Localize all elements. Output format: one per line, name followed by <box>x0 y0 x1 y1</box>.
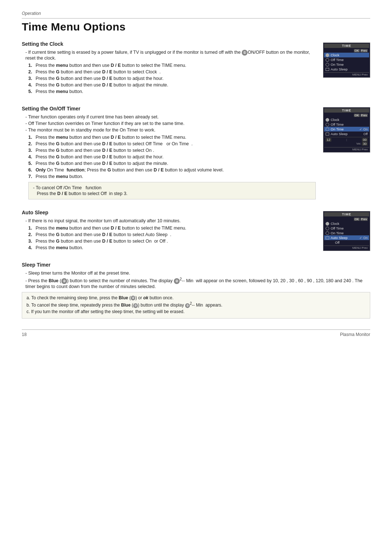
autosleep-section-layout: Auto Sleep If there is no input signal, … <box>22 210 370 252</box>
autosleep-step-3: 3.Press the G button and then use D / E … <box>28 239 316 244</box>
timer-menu-icon-row: OK Prev <box>324 113 369 117</box>
timer-menu-footer: MENU Prev <box>324 147 369 151</box>
autosleep-menu-title: TIME <box>324 212 369 216</box>
offtime-icon <box>326 58 329 62</box>
sleep-timer-note-2: Press the Blue (②) button to select the … <box>22 277 370 289</box>
timer-steps: 1.Press the menu button and then use D /… <box>22 135 316 179</box>
autosleep-row-offtime: Off Time <box>324 226 369 231</box>
section-auto-sleep: Auto Sleep If there is no input signal, … <box>22 210 370 252</box>
sleep-subnote-b: b. To cancel the sleep time, repeatedly … <box>26 301 366 308</box>
clock-icon <box>326 53 329 57</box>
autosleep-step-4: 4.Press the menu button. <box>28 245 316 250</box>
clock-step-2: 2.Press the G button and then use D / E … <box>28 69 316 74</box>
autosleep-row-clock: Clock <box>324 221 369 226</box>
footer-page-number: 18 <box>22 332 26 337</box>
autosleep-row-autosleep: Auto Sleep ✓ On <box>324 235 369 240</box>
timer-menu-image: TIME OK Prev Clock Off Time <box>323 107 370 153</box>
sleep-timer-title: Sleep Timer <box>22 262 370 268</box>
display-icon: ② <box>174 278 180 284</box>
clock-menu-icon-row: OK Prev <box>324 49 369 53</box>
clock-step-5: 5.Press the menu button. <box>28 89 316 94</box>
autosleep-section-content: Auto Sleep If there is no input signal, … <box>22 210 316 252</box>
clock-tv-menu: TIME OK Prev Clock Off Time <box>323 42 370 78</box>
blue-button-icon: ② <box>61 278 67 284</box>
clock-steps: 1.Press the menu button and then use D /… <box>22 63 316 94</box>
timer-section-layout: Setting the On/Off Timer Timer function … <box>22 106 370 199</box>
clock-row-autosleep: Auto Sleep <box>324 67 369 72</box>
sleep-timer-note-1: Sleep timer turns the Monitor off at the… <box>22 271 370 276</box>
clock-menu-title: TIME <box>324 44 369 48</box>
clock-row-ontime: On Time <box>324 62 369 67</box>
timer-note-3: The monitor must be in standby mode for … <box>22 127 316 133</box>
sleep-subnote-c: c. If you turn the monitor off after set… <box>26 309 366 314</box>
autosleep-section-title: Auto Sleep <box>22 210 316 215</box>
autosleep-tv-menu: TIME OK Prev Clock Off Time <box>323 211 370 251</box>
power-icon: ① <box>242 50 248 56</box>
blue-icon-a: ② <box>131 296 135 300</box>
clock-row-offtime: Off Time <box>324 57 369 62</box>
autosleep-menu-footer: MENU Prev <box>324 246 369 250</box>
display-icon-b: ② <box>185 303 190 308</box>
timer-menu-title: TIME <box>324 108 369 113</box>
page-title: Time Menu Options <box>22 21 370 33</box>
clock-note-1: If current time setting is erased by a p… <box>22 50 316 61</box>
timer-tv-menu: TIME OK Prev Clock Off Time <box>323 107 370 153</box>
page-footer: 18 Plasma Monitor <box>22 329 370 337</box>
section-on-off-timer: Setting the On/Off Timer Timer function … <box>22 106 370 199</box>
sleep-timer-note-box: a. To check the remaining sleep time, pr… <box>22 292 370 319</box>
timer-step-1: 1.Press the menu button and then use D /… <box>28 135 316 140</box>
cancel-line1: To cancel Off /On Time function <box>33 185 311 190</box>
timer-section-title: Setting the On/Off Timer <box>22 106 316 112</box>
cancel-box: To cancel Off /On Time function Press th… <box>28 182 316 199</box>
timer-section-content: Setting the On/Off Timer Timer function … <box>22 106 316 199</box>
autosleep-menu-icon-row: OK Prev <box>324 217 369 221</box>
sleep-subnote-a: a. To check the remaining sleep time, pr… <box>26 295 366 300</box>
clock-step-3: 3.Press the G button and then use D / E … <box>28 76 316 81</box>
section-setting-clock: Setting the Clock If current time settin… <box>22 41 370 96</box>
clock-section-title: Setting the Clock <box>22 41 316 47</box>
timer-note-2: Off Timer function overrides on Timer fu… <box>22 121 316 126</box>
blue-icon-b: ② <box>133 303 138 308</box>
clock-section-layout: Setting the Clock If current time settin… <box>22 41 370 96</box>
timer-time-display: 12 : 00 Vol. 30 <box>324 137 369 146</box>
autosleep-step-2: 2.Press the G button and then use D / E … <box>28 232 316 237</box>
timer-step-5: 5.Press the G button and then use D / E … <box>28 161 316 166</box>
header-label: Operation <box>22 11 41 16</box>
timer-row-autosleep: Auto Sleep Off <box>324 131 369 136</box>
timer-note-1: Timer function operates only if current … <box>22 114 316 119</box>
timer-step-4: 4.Press the G button and then use D / E … <box>28 154 316 159</box>
timer-row-ontime: On Time ✓ On <box>324 127 369 131</box>
timer-step-6: 6.Only On Time function; Press the G but… <box>28 167 316 173</box>
timer-step-2: 2.Press the G button and then use D / E … <box>28 141 316 146</box>
autosleep-row-ontime: On Time <box>324 231 369 235</box>
section-sleep-timer: Sleep Timer Sleep timer turns the Monito… <box>22 262 370 319</box>
timer-row-offtime: Off Time <box>324 122 369 127</box>
timer-step-3: 3.Press the G button and then use D / E … <box>28 148 316 153</box>
timer-row-clock: Clock <box>324 117 369 122</box>
clock-step-1: 1.Press the menu button and then use D /… <box>28 63 316 68</box>
autosleep-step-1: 1.Press the menu button and then use D /… <box>28 226 316 231</box>
autosleep-note-1: If there is no input signal, the monitor… <box>22 218 316 223</box>
cancel-line2: Press the D / E button to select Off in … <box>33 191 311 196</box>
timer-step-7: 7.Press the menu button. <box>28 174 316 179</box>
autosleep-steps: 1.Press the menu button and then use D /… <box>22 226 316 250</box>
autosleep-off-option: Off <box>324 240 369 245</box>
clock-menu-footer: MENU Prev <box>324 72 369 77</box>
clock-row-clock: Clock <box>324 53 369 57</box>
clock-menu-image: TIME OK Prev Clock Off Time <box>323 42 370 78</box>
clock-step-4: 4.Press the G button and then use D / E … <box>28 82 316 88</box>
clock-section-content: Setting the Clock If current time settin… <box>22 41 316 96</box>
page-header: Operation <box>22 11 370 19</box>
footer-product-name: Plasma Monitor <box>340 332 370 337</box>
autosleep-menu-image: TIME OK Prev Clock Off Time <box>323 211 370 251</box>
